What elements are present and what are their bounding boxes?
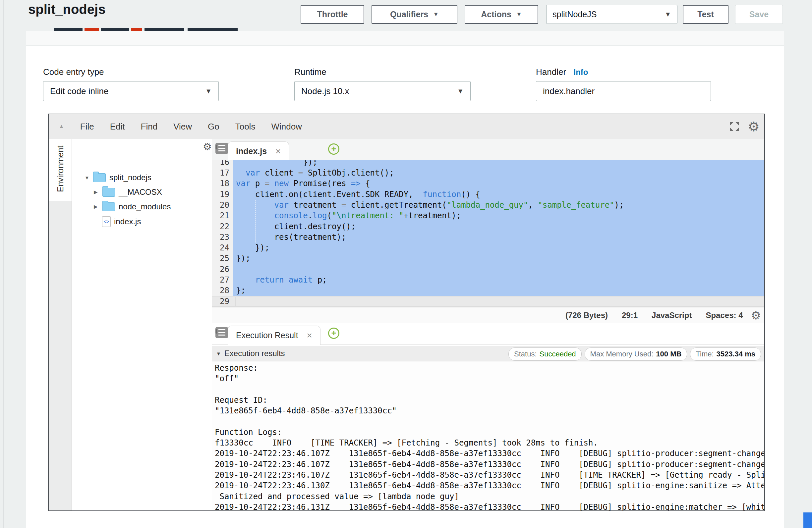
badge-label: Time: bbox=[696, 350, 713, 358]
code-line-23[interactable]: 23 res(treatment); bbox=[212, 232, 764, 243]
tree-row-folder[interactable]: ▶ node_modules bbox=[94, 200, 171, 214]
output-line: "131e865f-6eb4-4dd8-858e-a37ef13330cc" bbox=[215, 406, 397, 416]
output-line: 2019-10-24T22:23:46.131Z 131e865f-6eb4-4… bbox=[215, 502, 764, 511]
chevron-down-icon[interactable]: ▼ bbox=[85, 175, 93, 180]
code-text: }); bbox=[236, 253, 250, 264]
close-icon[interactable]: × bbox=[307, 330, 312, 341]
menu-file[interactable]: File bbox=[80, 121, 94, 132]
output-line: f13330cc INFO [TIME TRACKER] => [Fetchin… bbox=[215, 438, 598, 448]
chevron-down-icon: ▼ bbox=[433, 11, 439, 18]
handler-info-link[interactable]: Info bbox=[574, 68, 588, 76]
tree-row-root[interactable]: ▼ split_nodejs bbox=[85, 170, 151, 185]
runtime-value: Node.js 10.x bbox=[301, 86, 349, 97]
tab-list-icon[interactable] bbox=[215, 143, 228, 154]
save-button-disabled[interactable]: Save bbox=[735, 5, 783, 24]
code-line-25[interactable]: 25}); bbox=[212, 253, 764, 264]
new-tab-plus-icon[interactable]: + bbox=[328, 144, 339, 155]
code-editor: ▲ FileEditFindViewGoToolsWindow ⚙ Enviro… bbox=[48, 114, 765, 511]
text-cursor bbox=[236, 297, 236, 306]
code-line-22[interactable]: 22 client.destroy(); bbox=[212, 221, 764, 232]
line-number: 20 bbox=[212, 200, 233, 210]
code-text: }); bbox=[236, 160, 318, 167]
line-number: 21 bbox=[212, 210, 233, 221]
menu-edit[interactable]: Edit bbox=[110, 121, 125, 132]
chevron-down-icon[interactable]: ▼ bbox=[216, 351, 221, 356]
fullscreen-icon[interactable] bbox=[728, 120, 740, 132]
spaces-setting[interactable]: Spaces: 4 bbox=[706, 311, 743, 320]
code-line-28[interactable]: 28}; bbox=[212, 285, 764, 296]
code-line-17[interactable]: 17 var client = SplitObj.client(); bbox=[212, 167, 764, 178]
code-line-29[interactable]: 29 bbox=[212, 296, 764, 307]
code-pane[interactable]: 16 });17 var client = SplitObj.client();… bbox=[212, 160, 764, 307]
line-number: 24 bbox=[212, 243, 233, 253]
code-line-21[interactable]: 21 console.log("\ntreatment: "+treatment… bbox=[212, 210, 764, 221]
output-line: 2019-10-24T22:23:46.130Z 131e865f-6eb4-4… bbox=[215, 480, 764, 491]
handler-input[interactable]: index.handler bbox=[536, 81, 711, 101]
menu-tools[interactable]: Tools bbox=[235, 121, 256, 132]
output-line: "off" bbox=[215, 373, 238, 384]
runtime-select[interactable]: Node.js 10.x ▼ bbox=[294, 81, 470, 101]
code-text: res(treatment); bbox=[236, 232, 346, 243]
tab-label: index.js bbox=[236, 146, 267, 156]
code-entry-type-value: Edit code inline bbox=[50, 86, 108, 97]
folder-icon bbox=[93, 173, 106, 182]
tab-list-icon[interactable] bbox=[215, 327, 228, 338]
qualifiers-label: Qualifiers bbox=[390, 10, 428, 19]
throttle-label: Throttle bbox=[317, 10, 348, 19]
menu-view[interactable]: View bbox=[173, 121, 192, 132]
line-number: 26 bbox=[212, 264, 233, 275]
chevron-right-icon[interactable]: ▶ bbox=[94, 204, 102, 210]
line-number: 27 bbox=[212, 275, 233, 285]
output-line: Function Logs: bbox=[215, 427, 282, 438]
file-size: (726 Bytes) bbox=[565, 311, 608, 320]
code-line-27[interactable]: 27 return await p; bbox=[212, 275, 764, 285]
actions-button[interactable]: Actions ▼ bbox=[465, 5, 538, 24]
tree-file-label: index.js bbox=[114, 217, 141, 226]
code-text: var p = new Promise(res => { bbox=[236, 178, 370, 189]
alias-dropdown[interactable]: splitNodeJS ▼ bbox=[546, 5, 678, 24]
menu-find[interactable]: Find bbox=[141, 121, 158, 132]
code-text: return await p; bbox=[236, 275, 327, 285]
test-button[interactable]: Test bbox=[683, 5, 728, 24]
collapse-triangle-icon[interactable]: ▲ bbox=[59, 123, 64, 130]
code-text: }); bbox=[236, 243, 270, 253]
code-line-24[interactable]: 24 }); bbox=[212, 243, 764, 253]
statusbar-gear-icon[interactable]: ⚙ bbox=[751, 310, 761, 321]
badge-value: 3523.34 ms bbox=[716, 350, 755, 358]
code-line-16[interactable]: 16 }); bbox=[212, 160, 764, 167]
folder-icon bbox=[102, 188, 115, 197]
line-number: 29 bbox=[212, 296, 233, 307]
execution-results-title: Execution results bbox=[224, 349, 285, 358]
editor-settings-gear-icon[interactable]: ⚙ bbox=[748, 120, 760, 133]
line-number: 22 bbox=[212, 221, 233, 232]
language-mode[interactable]: JavaScript bbox=[652, 311, 692, 320]
execution-output-pane[interactable]: Response:"off"Request ID:"131e865f-6eb4-… bbox=[212, 362, 764, 511]
code-line-19[interactable]: 19 client.on(client.Event.SDK_READY, fun… bbox=[212, 189, 764, 200]
new-tab-plus-icon[interactable]: + bbox=[328, 327, 339, 339]
menubar-right-icons: ⚙ bbox=[728, 114, 760, 139]
cursor-position[interactable]: 29:1 bbox=[622, 311, 638, 320]
tree-root-label: split_nodejs bbox=[110, 173, 151, 182]
code-line-20[interactable]: 20 var treatment = client.getTreatment("… bbox=[212, 200, 764, 210]
tab-execution-result[interactable]: Execution Result × bbox=[228, 326, 320, 345]
close-icon[interactable]: × bbox=[275, 146, 281, 157]
js-file-icon: <> bbox=[102, 216, 111, 227]
chevron-down-icon: ▼ bbox=[665, 11, 671, 18]
menu-go[interactable]: Go bbox=[208, 121, 219, 132]
page-title: split_nodejs bbox=[28, 2, 105, 17]
window-left-edge bbox=[3, 0, 4, 528]
memory-badge: Max Memory Used: 100 MB bbox=[585, 348, 687, 361]
card-top-strip bbox=[26, 31, 784, 46]
tab-indexjs[interactable]: index.js × bbox=[228, 142, 289, 161]
chevron-right-icon[interactable]: ▶ bbox=[94, 189, 102, 195]
tree-row-file[interactable]: <> index.js bbox=[102, 214, 141, 229]
tree-row-folder[interactable]: ▶ __MACOSX bbox=[94, 185, 162, 200]
code-line-26[interactable]: 26 bbox=[212, 264, 764, 275]
throttle-button[interactable]: Throttle bbox=[301, 5, 364, 24]
menu-window[interactable]: Window bbox=[271, 121, 302, 132]
handler-value: index.handler bbox=[543, 86, 595, 97]
code-line-18[interactable]: 18var p = new Promise(res => { bbox=[212, 178, 764, 189]
chevron-down-icon: ▼ bbox=[457, 87, 464, 95]
code-entry-type-select[interactable]: Edit code inline ▼ bbox=[43, 81, 219, 101]
qualifiers-button[interactable]: Qualifiers ▼ bbox=[372, 5, 458, 24]
